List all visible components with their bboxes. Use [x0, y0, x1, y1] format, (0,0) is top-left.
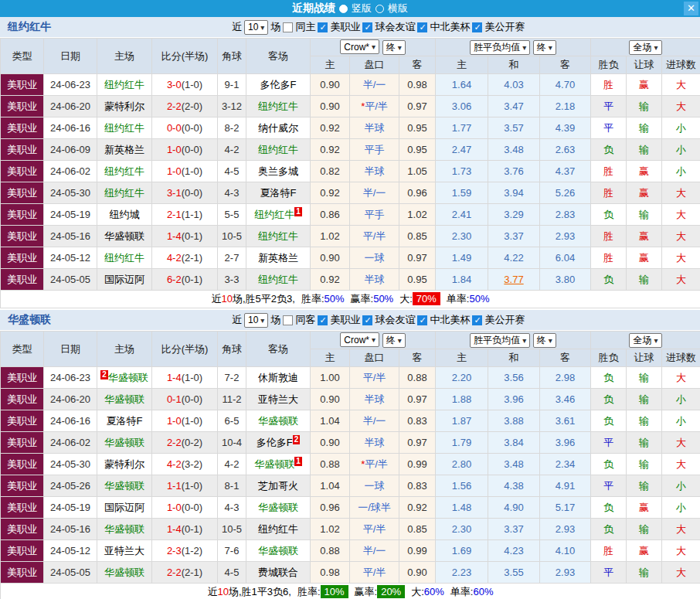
halftime-score: (0-1)	[182, 274, 202, 285]
scope-value: 全场	[633, 41, 651, 54]
fulltime-score: 2-2	[167, 100, 182, 112]
away-odds-cell: 0.85	[399, 226, 436, 247]
recent-count-select[interactable]: 10▾	[244, 20, 268, 35]
date-cell: 24-05-12	[44, 247, 97, 269]
handicap-cell: 半球	[350, 432, 399, 454]
recent-count-select[interactable]: 10▾	[244, 313, 268, 328]
avg-home-cell: 2.20	[436, 367, 488, 389]
handicap-result-cell: 输	[627, 367, 662, 389]
avg-draw-cell: 3.37	[488, 226, 540, 247]
col-avg-draw: 和	[488, 56, 540, 74]
avg-final-select[interactable]: 终▾	[533, 40, 556, 55]
odds-final-select[interactable]: 终▾	[382, 40, 406, 55]
fulltime-score: 1-0	[167, 144, 182, 155]
score-cell: 1-4(0-1)	[152, 226, 218, 247]
same-home-checkbox[interactable]	[283, 22, 293, 32]
competition-checkbox-concacaf[interactable]	[417, 22, 427, 32]
league-cell: 美职业	[1, 389, 44, 410]
corner-cell: 6-5	[218, 410, 246, 432]
league-cell: 美职业	[1, 96, 44, 117]
stat-value: 50%	[469, 293, 489, 305]
date-cell: 24-05-05	[44, 269, 97, 291]
match-row: 美职业24-05-26华盛顿联1-1(1-0)8-1芝加哥火1.04一球0.83…	[1, 475, 700, 497]
corner-cell: 11-2	[218, 389, 246, 410]
avg-draw-cell: 4.22	[488, 247, 540, 269]
match-row: 美职业24-06-02纽约红牛1-0(1-0)4-5奥兰多城0.82半球1.05…	[1, 161, 700, 182]
halftime-score: (1-0)	[182, 480, 202, 492]
home-odds-cell: 1.04	[311, 410, 350, 432]
odds-final-select[interactable]: 终▾	[382, 333, 406, 348]
scope-select[interactable]: 全场▾	[629, 333, 661, 348]
away-odds-cell: 0.97	[399, 247, 436, 269]
date-cell: 24-06-23	[44, 74, 97, 96]
home-team-cell: 华盛顿联	[97, 475, 152, 497]
close-icon[interactable]: ✕	[684, 2, 698, 15]
score-cell: 3-0(1-0)	[152, 74, 218, 96]
league-cell: 美职业	[1, 367, 44, 389]
avg-odds-select[interactable]: 胜平负均值▾	[470, 333, 530, 348]
avg-final-select[interactable]: 终▾	[533, 333, 556, 348]
fulltime-score: 1-4	[167, 230, 182, 242]
competition-checkbox-mls[interactable]	[318, 315, 328, 325]
competition-checkbox-opencup[interactable]	[472, 315, 482, 325]
avg-draw-cell: 4.23	[488, 540, 540, 562]
match-row: 美职业24-06-232华盛顿联1-4(1-0)7-2休斯敦迪1.00平/半0.…	[1, 367, 700, 389]
competition-label: 美公开赛	[484, 313, 525, 327]
horizontal-layout-radio[interactable]	[375, 5, 384, 13]
stat-label: 胜率:	[297, 586, 321, 597]
goals-result-cell: 大	[662, 182, 700, 204]
score-cell: 1-1(1-0)	[152, 475, 218, 497]
score-cell: 3-1(0-0)	[152, 182, 218, 204]
competition-checkbox-friendly[interactable]	[362, 315, 372, 325]
goals-result-cell: 小	[662, 389, 700, 410]
header-group-row: 类型 日期 主场 比分(半场) 角球 客场 Crow*▾ 终▾ 胜平负均值▾ 终…	[1, 332, 700, 349]
card-badge: 1	[294, 457, 302, 466]
handicap-cell: 半球	[350, 117, 399, 139]
corner-cell: 10-4	[218, 432, 246, 454]
summary-row: 近10场,胜1平3负6,胜率:10%赢率:20%大:60%单率:60%	[1, 584, 700, 599]
team-name: 华盛顿联	[258, 415, 298, 427]
handicap-cell: 平/半	[350, 226, 399, 247]
avg-home-cell: 1.73	[436, 161, 488, 182]
same-away-checkbox[interactable]	[283, 315, 293, 325]
bookmaker-select[interactable]: Crow*▾	[340, 39, 379, 54]
goals-result-cell: 大	[662, 96, 700, 117]
date-cell: 24-05-26	[44, 475, 97, 497]
date-cell: 24-06-09	[44, 139, 97, 161]
avg-draw-cell: 3.47	[488, 96, 540, 117]
avg-group-header: 胜平负均值▾ 终▾	[436, 39, 591, 56]
avg-home-cell: 2.30	[436, 226, 488, 247]
competition-checkbox-friendly[interactable]	[362, 22, 372, 32]
scope-select[interactable]: 全场▾	[629, 40, 661, 55]
score-cell: 1-4(1-0)	[152, 367, 218, 389]
chevron-down-icon: ▾	[398, 336, 402, 345]
competition-checkbox-mls[interactable]	[318, 22, 328, 32]
wdl-result-cell: 负	[591, 139, 627, 161]
handicap-cell: 一球	[350, 475, 399, 497]
competition-checkbox-concacaf[interactable]	[417, 315, 427, 325]
halftime-score: (0-0)	[182, 393, 202, 405]
avg-draw-cell: 3.57	[488, 117, 540, 139]
avg-draw-cell: 3.55	[488, 562, 540, 584]
league-cell: 美职业	[1, 454, 44, 475]
stat-value: 50%	[325, 293, 345, 305]
competition-checkbox-opencup[interactable]	[472, 22, 482, 32]
home-odds-cell: 0.90	[311, 74, 350, 96]
halftime-score: (2-1)	[182, 567, 202, 578]
team-name: 费城联合	[258, 567, 298, 578]
home-team-cell: 华盛顿联	[97, 562, 152, 584]
home-team-cell: 纽约红牛	[97, 247, 152, 269]
away-odds-cell: 0.95	[399, 269, 436, 291]
away-team-cell: 华盛顿联	[246, 410, 311, 432]
avg-home-cell: 1.69	[436, 540, 488, 562]
vertical-layout-radio[interactable]	[339, 5, 348, 13]
away-team-cell: 多伦多F	[246, 74, 311, 96]
corner-cell: 8-2	[218, 117, 246, 139]
team-name: 新英格兰	[104, 144, 144, 155]
bookmaker-select[interactable]: Crow*▾	[340, 332, 379, 347]
summary-count: 10	[221, 293, 232, 305]
avg-odds-select[interactable]: 胜平负均值▾	[470, 40, 530, 55]
same-away-label: 同客	[295, 313, 315, 327]
score-cell: 4-2(2-1)	[152, 247, 218, 269]
corner-cell: 4-3	[218, 497, 246, 519]
